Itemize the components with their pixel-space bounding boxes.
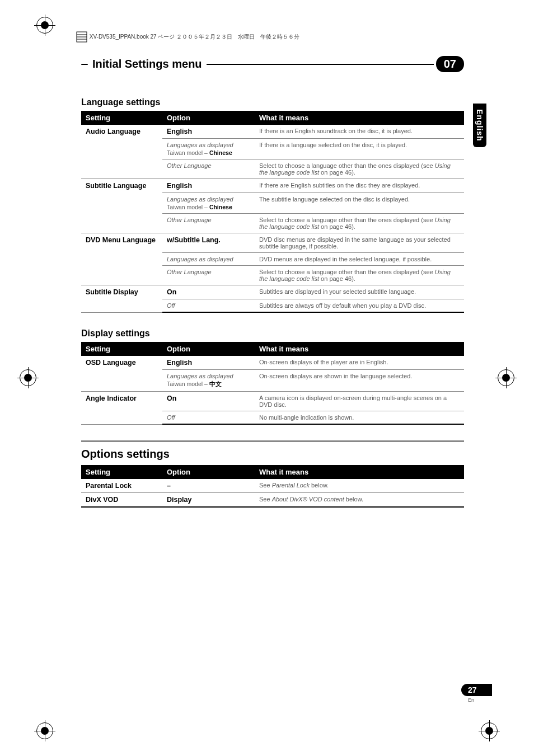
cell-option: Languages as displayedTaiwan model – Chi…	[162, 193, 255, 214]
cell-option: English	[162, 125, 255, 139]
cell-meaning: If there is a language selected on the d…	[255, 139, 464, 159]
book-icon	[76, 31, 88, 43]
section-title-options: Options settings	[81, 448, 464, 461]
col-setting: Setting	[81, 465, 162, 479]
table-row: Subtitle LanguageEnglishIf there are Eng…	[81, 179, 464, 193]
cell-meaning: On-screen displays are shown in the lang…	[255, 370, 464, 392]
cell-meaning: See About DivX® VOD content below.	[255, 493, 464, 508]
header-line	[81, 64, 88, 65]
cell-option: On	[162, 392, 255, 411]
table-row: DivX VODDisplaySee About DivX® VOD conte…	[81, 493, 464, 508]
cell-meaning: The subtitle language selected on the di…	[255, 193, 464, 214]
cell-option: Languages as displayedTaiwan model – 中文	[162, 370, 255, 392]
cell-option: Languages as displayed	[162, 253, 255, 266]
cell-meaning: No multi-angle indication is shown.	[255, 411, 464, 425]
section-title-language: Language settings	[81, 97, 464, 107]
cell-meaning: Subtitles are always off by default when…	[255, 299, 464, 313]
registration-mark	[498, 369, 514, 386]
cell-setting: Parental Lock	[81, 479, 162, 493]
cell-meaning: See Parental Lock below.	[255, 479, 464, 493]
col-meaning: What it means	[255, 342, 464, 356]
cell-option: Off	[162, 299, 255, 313]
registration-mark	[20, 369, 36, 386]
cell-meaning: Select to choose a language other than t…	[255, 159, 464, 179]
table-row: Angle IndicatorOnA camera icon is displa…	[81, 392, 464, 411]
registration-mark	[481, 722, 498, 739]
page-number: 27 En	[461, 684, 492, 703]
cell-setting: Audio Language	[81, 125, 162, 179]
cell-setting: Subtitle Language	[81, 179, 162, 233]
cell-meaning: DVD disc menus are displayed in the same…	[255, 233, 464, 253]
file-header-text: XV-DV535_IPPAN.book 27 ページ ２００５年２月２３日 水曜…	[90, 34, 299, 40]
cell-meaning: Select to choose a language other than t…	[255, 214, 464, 233]
col-meaning: What it means	[255, 465, 464, 479]
cell-setting: Subtitle Display	[81, 285, 162, 313]
chapter-header: Initial Settings menu 07	[81, 56, 464, 72]
cell-option: Off	[162, 411, 255, 425]
cell-meaning: DVD menus are displayed in the selected …	[255, 253, 464, 266]
table-row: DVD Menu Languagew/Subtitle Lang.DVD dis…	[81, 233, 464, 253]
col-setting: Setting	[81, 111, 162, 125]
display-settings-table: Setting Option What it means OSD Languag…	[81, 342, 464, 425]
cell-option: –	[162, 479, 255, 493]
cell-option: w/Subtitle Lang.	[162, 233, 255, 253]
cell-meaning: If there is an English soundtrack on the…	[255, 125, 464, 139]
col-meaning: What it means	[255, 111, 464, 125]
language-tab: English	[473, 104, 486, 147]
chapter-title: Initial Settings menu	[92, 58, 202, 71]
cell-setting: Angle Indicator	[81, 392, 162, 425]
table-row: OSD LanguageEnglishOn-screen displays of…	[81, 356, 464, 370]
chapter-number: 07	[436, 56, 464, 72]
cell-meaning: On-screen displays of the player are in …	[255, 356, 464, 370]
cell-option: Other Language	[162, 266, 255, 285]
cell-option: English	[162, 356, 255, 370]
cell-setting: DVD Menu Language	[81, 233, 162, 285]
col-option: Option	[162, 342, 255, 356]
cell-meaning: Select to choose a language other than t…	[255, 266, 464, 285]
cell-option: Languages as displayedTaiwan model – Chi…	[162, 139, 255, 159]
header-line	[207, 64, 434, 65]
section-divider	[81, 440, 464, 442]
cell-meaning: Subtitles are displayed in your selected…	[255, 285, 464, 299]
cell-option: On	[162, 285, 255, 299]
file-header: XV-DV535_IPPAN.book 27 ページ ２００５年２月２３日 水曜…	[76, 31, 299, 43]
cell-setting: OSD Language	[81, 356, 162, 392]
cell-meaning: If there are English subtitles on the di…	[255, 179, 464, 193]
cell-setting: DivX VOD	[81, 493, 162, 508]
cell-option: Other Language	[162, 214, 255, 233]
col-option: Option	[162, 111, 255, 125]
registration-mark	[36, 17, 53, 34]
cell-option: English	[162, 179, 255, 193]
col-setting: Setting	[81, 342, 162, 356]
table-row: Subtitle DisplayOnSubtitles are displaye…	[81, 285, 464, 299]
table-row: Audio LanguageEnglishIf there is an Engl…	[81, 125, 464, 139]
options-settings-table: Setting Option What it means Parental Lo…	[81, 465, 464, 508]
table-row: Parental Lock–See Parental Lock below.	[81, 479, 464, 493]
section-title-display: Display settings	[81, 328, 464, 339]
page-number-value: 27	[461, 684, 492, 696]
cell-meaning: A camera icon is displayed on-screen dur…	[255, 392, 464, 411]
page-number-lang: En	[461, 697, 492, 703]
cell-option: Display	[162, 493, 255, 508]
cell-option: Other Language	[162, 159, 255, 179]
col-option: Option	[162, 465, 255, 479]
language-settings-table: Setting Option What it means Audio Langu…	[81, 111, 464, 313]
registration-mark	[36, 722, 53, 739]
